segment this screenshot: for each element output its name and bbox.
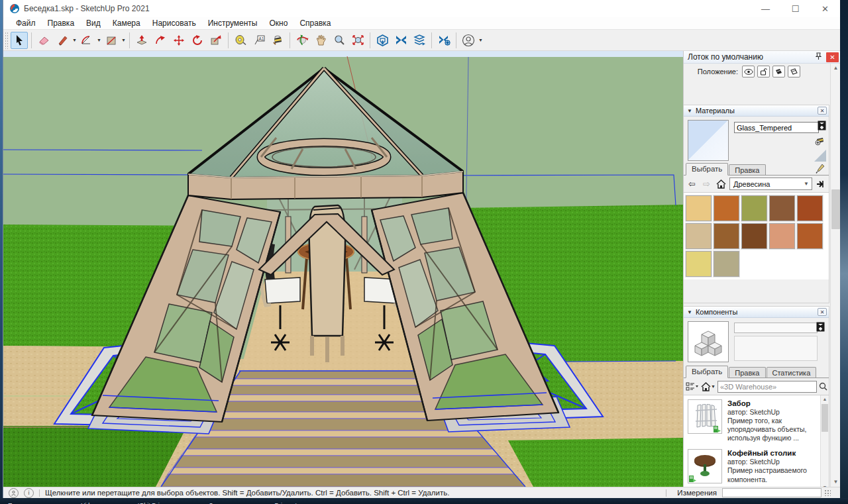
material-swatch[interactable] [714,223,739,249]
rectangle-tool-dropdown[interactable]: ▼ [121,32,127,49]
resize-grip[interactable] [824,489,831,496]
material-swatch[interactable] [686,195,712,221]
component-description-field[interactable] [734,336,818,361]
secondary-pane-icon[interactable] [818,121,826,132]
view-options-icon[interactable] [686,380,699,393]
3d-warehouse-button[interactable] [374,32,391,49]
tape-measure-tool-button[interactable] [232,32,249,49]
component-list-item[interactable]: Забор автор: SketchUp Пример того, как у… [684,395,829,445]
tray-close-button[interactable]: ✕ [826,52,839,62]
zoom-extents-icon [352,34,364,46]
rotate-icon [191,34,203,46]
materials-tab-select[interactable]: Выбрать [686,163,728,176]
tray-title-bar[interactable]: Лоток по умолчанию ✕ [684,51,840,64]
tray-scrollbar[interactable]: ▲ ▼ [830,64,840,487]
share-model-button[interactable] [411,32,428,49]
menu-camera[interactable]: Камера [107,17,146,29]
collapse-arrow-icon[interactable]: ▼ [687,309,692,315]
menu-view[interactable]: Вид [80,17,107,29]
move-tool-button[interactable] [170,32,187,49]
materials-close-button[interactable]: ✕ [818,107,827,115]
minimize-button[interactable]: — [751,0,780,17]
menu-window[interactable]: Окно [263,17,293,29]
unlock-icon[interactable] [757,66,770,77]
search-icon[interactable] [819,380,827,393]
arc-tool-dropdown[interactable]: ▼ [96,32,102,49]
line-tool-dropdown[interactable]: ▼ [72,32,78,49]
secondary-pane-icon[interactable] [816,322,825,333]
line-tool-button[interactable] [54,32,71,49]
title-bar[interactable]: Беседка1.skp - SketchUp Pro 2021 — ☐ ✕ [3,0,840,17]
menu-file[interactable]: Файл [10,17,42,29]
home-icon[interactable]: ▼ [701,380,716,393]
components-close-button[interactable]: ✕ [818,308,827,316]
scroll-up-icon[interactable]: ▲ [821,395,829,403]
close-button[interactable]: ✕ [810,0,840,17]
materials-tab-edit[interactable]: Правка [729,164,765,175]
paint-bucket-tool-button[interactable] [269,32,286,49]
material-swatch[interactable] [797,195,823,221]
collapse-arrow-icon[interactable]: ▼ [687,108,692,114]
undock-icon[interactable] [788,66,800,77]
dock-icon[interactable] [772,66,785,77]
details-arrow-icon[interactable] [814,177,827,190]
back-material-sample[interactable] [814,150,826,162]
scroll-down-icon[interactable]: ▼ [831,478,840,487]
material-swatch[interactable] [714,195,739,221]
info-icon[interactable]: i [24,488,34,498]
menu-help[interactable]: Справка [293,17,337,29]
text-tool-button[interactable]: A1 [250,32,268,49]
component-name-field[interactable] [734,323,818,333]
create-material-icon[interactable] [815,135,826,147]
material-category-select[interactable]: Древесина ▼ [729,177,812,190]
viewport-3d[interactable] [3,51,683,487]
rotate-tool-button[interactable] [189,32,206,49]
home-icon[interactable] [715,177,727,190]
menu-draw[interactable]: Нарисовать [146,17,202,29]
scale-tool-button[interactable] [207,32,225,49]
measurements-input[interactable] [722,488,822,497]
follow-me-tool-button[interactable] [152,32,169,49]
menu-edit[interactable]: Правка [42,17,81,29]
material-swatch[interactable] [741,223,767,249]
select-tool-button[interactable] [11,32,28,49]
material-swatch[interactable] [686,251,712,277]
material-swatch[interactable] [797,223,823,249]
components-list-scrollbar[interactable]: ▲ ▼ [820,395,829,491]
rectangle-tool-button[interactable] [103,32,120,49]
eraser-tool-button[interactable] [35,32,52,49]
material-swatch[interactable] [769,195,795,221]
zoom-extents-tool-button[interactable] [349,32,366,49]
maximize-button[interactable]: ☐ [780,0,810,17]
material-name-input[interactable] [734,122,819,133]
scroll-up-icon[interactable]: ▲ [831,64,840,73]
warehouse-search-input[interactable] [717,381,817,393]
orbit-tool-button[interactable] [293,32,311,49]
eye-icon[interactable] [742,66,755,77]
material-swatch[interactable] [686,223,712,249]
toolbar-drag-handle[interactable] [5,32,9,49]
material-swatch[interactable] [769,223,795,249]
components-tab-statistics[interactable]: Статистика [767,367,817,378]
arc-tool-button[interactable] [78,32,95,49]
push-pull-tool-button[interactable] [133,32,150,49]
pan-tool-button[interactable] [312,32,329,49]
materials-header[interactable]: ▼ Материалы ✕ [684,105,829,117]
eyedropper-icon[interactable] [816,164,825,175]
material-swatch[interactable] [714,251,739,277]
account-dropdown[interactable]: ▼ [478,32,484,49]
components-tab-select[interactable]: Выбрать [686,366,728,378]
pin-icon[interactable] [814,52,823,62]
material-swatch[interactable] [741,195,767,221]
component-list-item[interactable]: Кофейный столик автор: SketchUp Пример н… [684,445,829,486]
components-tab-edit[interactable]: Правка [729,367,765,378]
back-arrow-icon[interactable]: ⇦ [686,177,698,190]
account-button[interactable] [460,32,477,49]
zoom-tool-button[interactable] [331,32,348,49]
menu-tools[interactable]: Инструменты [202,17,264,29]
forward-arrow-icon[interactable]: ⇨ [700,177,713,190]
components-header[interactable]: ▼ Компоненты ✕ [684,307,829,318]
geolocation-icon[interactable] [9,488,19,498]
extension-manager-button[interactable] [435,32,452,49]
extension-warehouse-button[interactable] [392,32,409,49]
